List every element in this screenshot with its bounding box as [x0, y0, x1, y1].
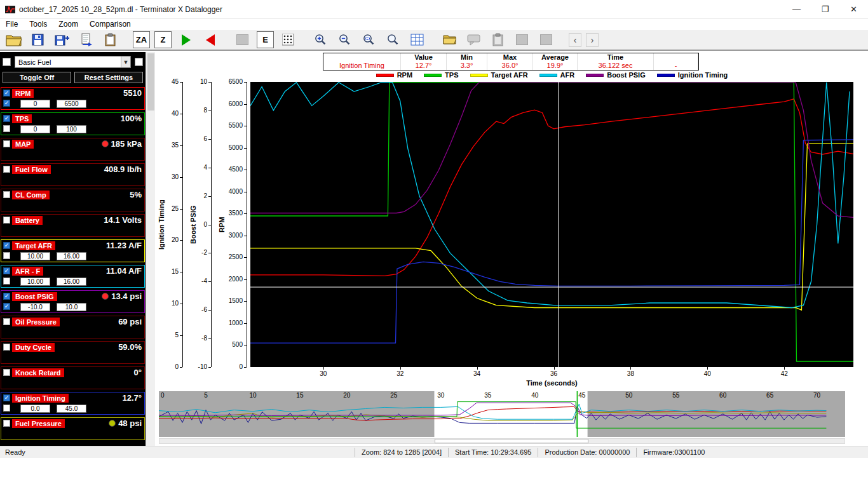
rpm-max-input[interactable]: 6500	[57, 100, 86, 108]
stats-header: Time	[578, 53, 654, 62]
channel-target-afr: ✓Target AFR11.23 A/F10.0016.00	[1, 239, 145, 262]
minimize-button[interactable]: —	[782, 0, 811, 18]
series-tps	[250, 83, 853, 361]
save-button[interactable]	[28, 30, 48, 49]
menu-file[interactable]: File	[0, 19, 24, 30]
target-afr-checkbox-1[interactable]: ✓	[3, 242, 10, 249]
overview-strip[interactable]: 0510152025303540455055606570	[159, 391, 845, 437]
ignition-timing-min-input[interactable]: 0.0	[20, 405, 50, 413]
extra-1-icon	[516, 34, 528, 45]
ignition-timing-checkbox-2[interactable]	[3, 405, 10, 412]
target-afr-min-input[interactable]: 10.00	[20, 252, 50, 260]
tps-checkbox-1[interactable]: ✓	[3, 115, 10, 122]
preset-dropdown[interactable]: Basic Fuel ▼	[15, 56, 131, 68]
channel-rpm: ✓✓RPM551006500	[1, 87, 145, 110]
next-button[interactable]: ›	[586, 33, 599, 47]
ignition-timing-checkbox-1[interactable]: ✓	[3, 394, 10, 401]
zoom-window-region[interactable]	[434, 391, 587, 437]
boost-psig-min-input[interactable]: -10.0	[20, 303, 50, 311]
tps-min-input[interactable]: 0	[20, 125, 50, 133]
overview-scrollbar[interactable]	[159, 438, 845, 444]
stats-header: Max	[487, 53, 533, 62]
toggle-off-button[interactable]: Toggle Off	[3, 72, 71, 83]
rewind-button[interactable]	[200, 30, 220, 49]
open-button[interactable]	[4, 30, 24, 49]
zoom-full-button[interactable]	[383, 30, 403, 49]
reset-settings-button[interactable]: Reset Settings	[74, 72, 143, 83]
compare-open-button[interactable]	[440, 30, 459, 49]
status-ready: Ready	[0, 448, 355, 456]
zoom-in-button[interactable]	[311, 30, 330, 49]
knock-retard-checkbox-1[interactable]	[3, 369, 10, 376]
sidebar-right-box[interactable]	[135, 58, 143, 66]
scrollbar-thumb[interactable]	[435, 439, 588, 443]
battery-checkbox-1[interactable]	[3, 217, 10, 224]
channel-oil-pressure: Oil Pressure69 psi	[1, 316, 145, 338]
paste-button[interactable]	[100, 30, 120, 49]
map-checkbox-1[interactable]	[3, 140, 10, 147]
boost-psig-max-input[interactable]: 10.0	[57, 303, 86, 311]
rpm-checkbox-1[interactable]: ✓	[3, 90, 10, 97]
rpm-min-input[interactable]: 0	[20, 100, 50, 108]
channel-name: TPS	[12, 114, 32, 123]
channel-name: Ignition Timing	[12, 394, 69, 403]
open-folder-icon	[6, 34, 22, 46]
play-button[interactable]	[176, 30, 196, 49]
events-button[interactable]: E	[257, 31, 274, 48]
tps-max-input[interactable]: 100	[57, 125, 86, 133]
prev-button[interactable]: ‹	[569, 33, 581, 47]
target-afr-max-input[interactable]: 16.00	[57, 252, 86, 260]
zoom-out-icon	[338, 33, 351, 46]
play-icon	[182, 34, 191, 46]
afr-f-checkbox-2[interactable]	[3, 278, 10, 285]
zoom-full-icon	[386, 33, 400, 46]
svg-text:10: 10	[249, 392, 257, 399]
fuel-pressure-checkbox-1[interactable]	[3, 420, 10, 427]
zoom-window-button[interactable]	[359, 30, 379, 49]
fuel-flow-checkbox-1[interactable]	[3, 166, 10, 173]
compare-folder-icon	[443, 34, 456, 45]
svg-text:45: 45	[578, 392, 586, 399]
cl-comp-checkbox-1[interactable]	[3, 191, 10, 198]
zoom-out-button[interactable]	[335, 30, 355, 49]
sidebar-scrollbar-thumb[interactable]	[147, 53, 154, 111]
chart-legend: RPMTPSTarget AFRAFRBoost PSIGIgnition Ti…	[250, 71, 853, 79]
boost-psig-checkbox-2[interactable]: ✓	[3, 303, 10, 310]
channel-ignition-timing: ✓Ignition Timing12.7°0.045.0	[1, 392, 145, 415]
close-button[interactable]: ✕	[839, 0, 868, 18]
save-as-button[interactable]	[52, 30, 72, 49]
zoom-mode-button[interactable]: Z	[154, 31, 172, 48]
channel-name: Knock Retard	[12, 368, 64, 377]
menu-tools[interactable]: Tools	[24, 19, 53, 30]
zoom-all-button[interactable]: ZA	[133, 31, 150, 48]
legend-swatch	[470, 74, 488, 77]
sidebar-left-box[interactable]	[3, 58, 11, 66]
channel-boost-psig: ✓✓Boost PSIG13.4 psi-10.010.0	[1, 290, 145, 313]
tps-checkbox-2[interactable]	[3, 125, 10, 132]
svg-text:15: 15	[296, 392, 304, 399]
afr-f-min-input[interactable]: 10.00	[20, 278, 50, 286]
svg-text:55: 55	[672, 392, 680, 399]
svg-text:30: 30	[437, 392, 445, 399]
export-button[interactable]	[76, 30, 96, 49]
preset-row: Basic Fuel ▼	[0, 52, 146, 70]
svg-text:60: 60	[719, 392, 727, 399]
rpm-checkbox-2[interactable]: ✓	[3, 100, 10, 107]
maximize-button[interactable]: ❐	[811, 0, 839, 18]
data-table-button[interactable]	[407, 30, 427, 49]
sidebar-scrollbar[interactable]	[146, 52, 155, 446]
boost-psig-checkbox-1[interactable]: ✓	[3, 293, 10, 300]
channel-value: 185 kPa	[111, 139, 142, 149]
stats-channel-name: Ignition Timing	[323, 62, 401, 70]
duty-cycle-checkbox-1[interactable]	[3, 344, 10, 351]
target-afr-checkbox-2[interactable]	[3, 252, 10, 259]
afr-f-checkbox-1[interactable]: ✓	[3, 267, 10, 274]
legend-swatch	[657, 74, 675, 77]
menu-comparison[interactable]: Comparison	[84, 19, 137, 30]
afr-f-max-input[interactable]: 16.00	[57, 278, 86, 286]
main-chart-plot[interactable]	[250, 82, 853, 367]
points-button[interactable]	[278, 30, 298, 49]
menu-zoom[interactable]: Zoom	[53, 19, 84, 30]
ignition-timing-max-input[interactable]: 45.0	[57, 405, 86, 413]
oil-pressure-checkbox-1[interactable]	[3, 318, 10, 325]
